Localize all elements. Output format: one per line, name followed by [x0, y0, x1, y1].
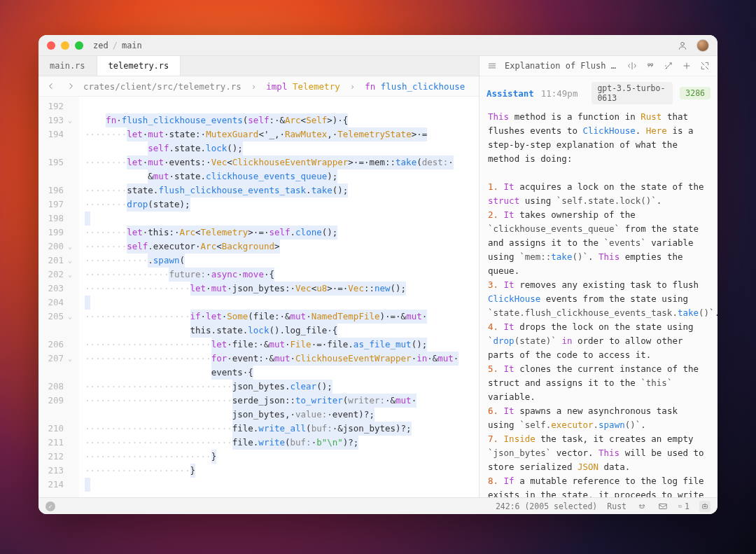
code-line[interactable]: ········let·this:·Arc<Telemetry>·=·self.… [85, 226, 479, 240]
breadcrumb: crates/client/src/telemetry.rs › impl Te… [38, 76, 479, 97]
minimize-window-button[interactable] [61, 41, 69, 50]
code-line[interactable] [85, 478, 479, 492]
code-line[interactable]: self.state.lock(); [85, 141, 479, 155]
code-line[interactable] [85, 212, 479, 226]
tab-telemetry-rs[interactable]: telemetry.rs [97, 56, 181, 76]
breadcrumb-path[interactable]: crates/client/src/telemetry.rs [83, 81, 241, 92]
code-line[interactable]: json_bytes,·value:·event)?; [85, 408, 479, 422]
line-number[interactable]: 201⌄ [38, 254, 76, 268]
code-line[interactable]: ····························file.write_a… [85, 422, 479, 436]
titlebar[interactable]: zed / main [38, 35, 718, 56]
assistant-meta: Assistant 11:49pm gpt-3.5-turbo-0613 328… [479, 76, 718, 107]
cursor-position[interactable]: 242:6 (2005 selected) [496, 501, 597, 511]
svg-point-0 [681, 42, 685, 46]
line-number[interactable]: 211 [38, 436, 76, 450]
code-editor[interactable]: 192193⌄194 195 196197198199200⌄201⌄202⌄2… [38, 97, 479, 497]
code-line[interactable] [85, 99, 479, 113]
svg-point-6 [704, 506, 705, 506]
terminal-icon[interactable]: 1 [678, 501, 690, 512]
zoom-window-button[interactable] [75, 41, 83, 50]
line-number[interactable]: 192 [38, 99, 76, 113]
code-line[interactable]: ····················if·let·Some(file:·&m… [85, 310, 479, 324]
code-line[interactable]: ························for·event:·&mut·… [85, 352, 479, 366]
code-line[interactable]: ········drop(state); [85, 198, 479, 212]
user-icon[interactable] [677, 40, 688, 51]
code-line[interactable]: &mut·state.clickhouse_events_queue); [85, 169, 479, 183]
line-number[interactable]: 195 [38, 155, 76, 169]
titlebar-separator: / [113, 41, 118, 50]
language-mode[interactable]: Rust [607, 501, 626, 511]
code-line[interactable]: ············.spawn( [85, 254, 479, 268]
branch-name[interactable]: main [122, 41, 142, 50]
breadcrumb-impl[interactable]: impl Telemetry [266, 81, 340, 92]
svg-point-7 [706, 506, 706, 506]
copilot-icon[interactable] [636, 501, 648, 512]
assistant-header: Explanation of Flush Clic [479, 56, 718, 76]
line-number[interactable]: 197 [38, 198, 76, 212]
line-number[interactable]: 214 [38, 478, 76, 492]
line-number[interactable]: 193⌄ [38, 113, 76, 127]
tab-main-rs[interactable]: main.rs [38, 56, 97, 76]
line-number[interactable]: 208 [38, 380, 76, 394]
nav-back-button[interactable] [46, 81, 57, 92]
code-content[interactable]: fn·flush_clickhouse_events(self:·&Arc<Se… [79, 97, 479, 497]
line-gutter: 192193⌄194 195 196197198199200⌄201⌄202⌄2… [38, 97, 79, 497]
line-number[interactable]: 199 [38, 226, 76, 240]
code-line[interactable]: ························let·file:·&mut·F… [85, 338, 479, 352]
menu-icon[interactable] [486, 60, 498, 71]
line-number[interactable]: 213 [38, 464, 76, 478]
mail-icon[interactable] [657, 501, 668, 512]
quote-icon[interactable] [645, 60, 656, 71]
expand-icon[interactable] [699, 60, 710, 71]
line-number[interactable]: 200⌄ [38, 240, 76, 254]
code-line[interactable]: ····························json_bytes.c… [85, 380, 479, 394]
status-bar: ✓ 242:6 (2005 selected) Rust 1 [38, 497, 718, 514]
code-line[interactable]: ········self.executor·Arc<Background> [85, 240, 479, 254]
line-number[interactable]: 204 [38, 296, 76, 310]
code-line[interactable]: ········let·mut·state:·MutexGuard<'_,·Ra… [85, 127, 479, 141]
close-window-button[interactable] [47, 41, 55, 50]
line-number[interactable]: 210 [38, 422, 76, 436]
line-number[interactable]: 205⌄ [38, 310, 76, 324]
line-number[interactable]: 203 [38, 282, 76, 296]
assistant-body[interactable]: This method is a function in Rust that f… [479, 107, 718, 497]
code-line[interactable]: fn·flush_clickhouse_events(self:·&Arc<Se… [85, 113, 479, 127]
line-number[interactable]: 194 [38, 127, 76, 141]
assistant-pane: Explanation of Flush Clic Assistant 11:4… [479, 56, 718, 497]
project-name[interactable]: zed [93, 41, 108, 50]
code-line[interactable]: events·{ [85, 366, 479, 380]
tab-label: main.rs [50, 61, 85, 71]
code-line[interactable]: ····························file.write(b… [85, 436, 479, 450]
breadcrumb-fn[interactable]: fn flush_clickhouse [365, 81, 465, 92]
line-number[interactable]: 206 [38, 338, 76, 352]
check-icon[interactable]: ✓ [46, 501, 55, 511]
svg-point-1 [640, 504, 641, 506]
split-icon[interactable] [626, 60, 638, 71]
line-number[interactable]: 198 [38, 212, 76, 226]
line-number[interactable]: 212 [38, 450, 76, 464]
assistant-toggle-icon[interactable] [699, 501, 710, 512]
code-line[interactable]: this.state.lock().log_file·{ [85, 324, 479, 338]
line-number[interactable]: 207⌄ [38, 352, 76, 366]
code-line[interactable] [85, 296, 479, 310]
code-line[interactable]: ········let·mut·events:·Vec<ClickhouseEv… [85, 155, 479, 169]
plus-icon[interactable] [681, 60, 692, 71]
line-number[interactable]: 196 [38, 183, 76, 198]
timestamp: 11:49pm [541, 88, 578, 99]
svg-rect-3 [659, 504, 667, 508]
code-line[interactable]: ····················} [85, 464, 479, 478]
code-line[interactable]: ····················let·mut·json_bytes:·… [85, 282, 479, 296]
app-window: zed / main main.rs telemetry.rs crates/c… [38, 35, 718, 514]
avatar[interactable] [696, 39, 709, 52]
model-pill[interactable]: gpt-3.5-turbo-0613 [592, 82, 673, 104]
code-line[interactable]: ························} [85, 450, 479, 464]
line-number[interactable]: 209 [38, 394, 76, 408]
code-line[interactable]: ········state.flush_clickhouse_events_ta… [85, 183, 479, 198]
code-line[interactable]: ················future:·async·move·{ [85, 268, 479, 282]
code-line[interactable]: ····························serde_json::… [85, 394, 479, 408]
magic-icon[interactable] [663, 60, 674, 71]
token-count: 3286 [680, 87, 710, 99]
line-number[interactable]: 202⌄ [38, 268, 76, 282]
assistant-title: Explanation of Flush Clic [505, 61, 620, 71]
nav-forward-button[interactable] [65, 81, 76, 92]
